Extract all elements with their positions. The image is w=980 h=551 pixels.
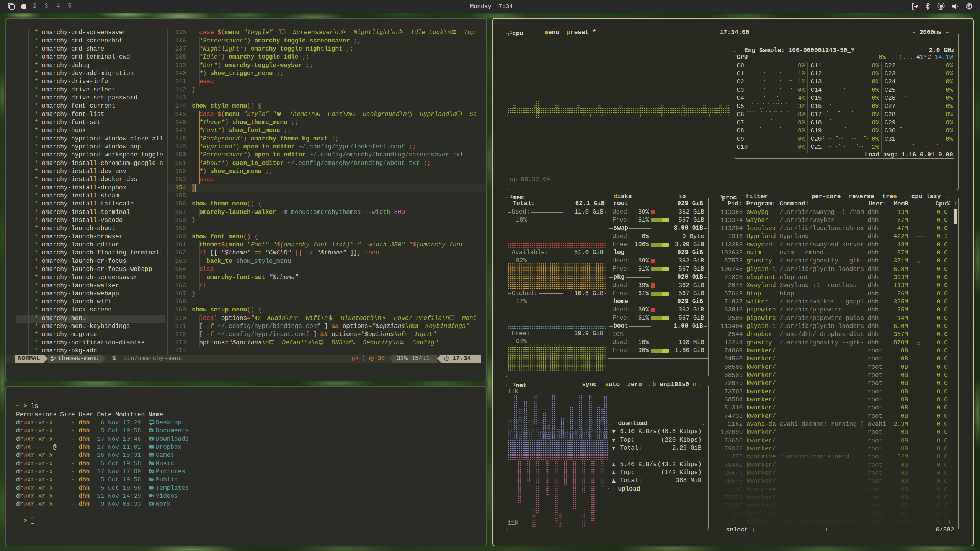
- svg-text:a: a: [318, 113, 320, 116]
